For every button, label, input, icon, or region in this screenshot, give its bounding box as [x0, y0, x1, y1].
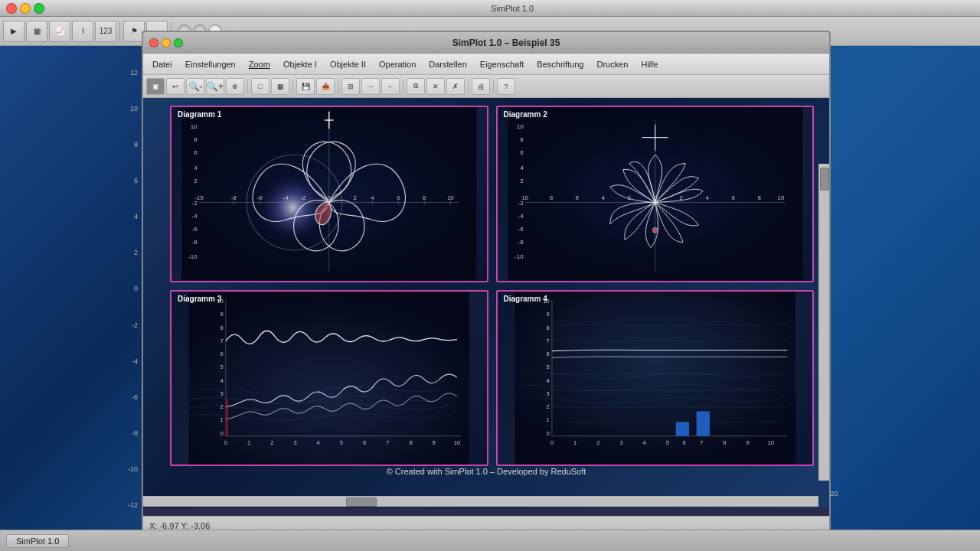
menu-zoom[interactable]: Zoom — [243, 57, 276, 71]
svg-text:-6: -6 — [518, 226, 524, 233]
svg-text:2: 2 — [679, 194, 682, 201]
svg-text:-2: -2 — [518, 200, 523, 207]
diagram-3-svg: 10 9 8 7 6 5 4 3 2 1 0 0 — [172, 292, 487, 465]
win-max-btn[interactable] — [174, 38, 183, 47]
app-taskbar: SimPlot 1.0 — [0, 530, 980, 551]
tb2-save[interactable]: 💾 — [296, 78, 315, 95]
svg-text:-8: -8 — [518, 239, 524, 246]
tb2-help[interactable]: ? — [497, 78, 515, 95]
svg-text:5: 5 — [665, 439, 668, 445]
num-button[interactable]: 123 — [95, 21, 116, 42]
diagram-3: Diagramm 3 — [170, 290, 488, 467]
svg-text:6: 6 — [546, 350, 549, 357]
menu-drucken[interactable]: Drucken — [590, 57, 634, 71]
play-button[interactable]: ▶ — [3, 21, 24, 42]
tb2-select[interactable]: ▣ — [146, 78, 165, 95]
svg-text:4: 4 — [520, 165, 524, 171]
tb2-x2[interactable]: ✗ — [446, 78, 465, 95]
svg-text:8: 8 — [423, 194, 426, 201]
diagram-4: Diagramm 4 — [496, 290, 815, 467]
close-button[interactable] — [6, 3, 17, 14]
curve-button[interactable]: ⌇ — [72, 21, 93, 42]
tb2-sep1 — [247, 80, 248, 93]
svg-text:8: 8 — [194, 136, 198, 143]
svg-text:2: 2 — [270, 439, 273, 445]
svg-text:5: 5 — [546, 364, 549, 370]
tb2-sep2 — [292, 80, 293, 93]
tb2-arrow-r[interactable]: → — [361, 78, 380, 95]
tb2-zoom-in[interactable]: 🔍+ — [206, 78, 224, 95]
scrollbar-vertical[interactable] — [818, 164, 829, 481]
minimize-button[interactable] — [20, 3, 31, 14]
menu-objekte1[interactable]: Objekte I — [277, 57, 323, 71]
svg-text:-2: -2 — [192, 200, 198, 207]
svg-text:0: 0 — [653, 194, 657, 201]
svg-text:2: 2 — [194, 178, 197, 184]
svg-text:1: 1 — [546, 416, 549, 423]
svg-text:10: 10 — [447, 194, 454, 201]
svg-text:-6: -6 — [192, 226, 198, 233]
svg-text:2: 2 — [627, 194, 630, 201]
svg-text:7: 7 — [220, 337, 223, 344]
menu-hilfe[interactable]: Hilfe — [635, 57, 664, 71]
scrollbar-thumb-h[interactable] — [346, 497, 377, 507]
tb2-export[interactable]: 📤 — [316, 78, 335, 95]
scrollbar-thumb-v[interactable] — [820, 168, 829, 191]
svg-text:8: 8 — [409, 439, 412, 445]
window-controls[interactable] — [6, 3, 44, 14]
coords-display: X: -6.97 Y: -3.06 — [149, 521, 210, 530]
window-controls-inner[interactable] — [149, 38, 183, 47]
tb2-sep3 — [338, 80, 338, 93]
svg-text:8: 8 — [549, 194, 553, 201]
menu-darstellen[interactable]: Darstellen — [423, 57, 473, 71]
svg-text:1: 1 — [573, 439, 577, 445]
win-close-btn[interactable] — [149, 38, 158, 47]
menu-einstellungen[interactable]: Einstellungen — [179, 57, 242, 71]
win-min-btn[interactable] — [162, 38, 171, 47]
svg-text:5: 5 — [220, 364, 223, 370]
tb2-undo[interactable]: ↩ — [166, 78, 185, 95]
tb2-print[interactable]: 🖨 — [472, 78, 490, 95]
tb2-zoom-reset[interactable]: ⊕ — [226, 78, 244, 95]
menu-eigenschaft[interactable]: Eigenschaft — [474, 57, 530, 71]
svg-text:6: 6 — [397, 194, 400, 201]
menu-datei[interactable]: Datei — [146, 57, 178, 71]
tb2-rect[interactable]: □ — [251, 78, 270, 95]
menu-operation[interactable]: Operation — [373, 57, 422, 71]
tb2-sep5 — [468, 80, 469, 93]
taskbar-simplot[interactable]: SimPlot 1.0 — [6, 534, 69, 548]
svg-rect-65 — [188, 292, 469, 465]
svg-text:-10: -10 — [188, 253, 198, 260]
tb2-copy[interactable]: ⧉ — [407, 78, 425, 95]
menu-objekte2[interactable]: Objekte II — [324, 57, 372, 71]
svg-text:2: 2 — [520, 178, 523, 184]
svg-text:-8: -8 — [192, 239, 198, 246]
bar-2 — [696, 411, 709, 435]
svg-text:10: 10 — [191, 123, 198, 130]
outer-axis-left: 12 10 8 6 4 2 0 -2 -4 -6 -8 -10 -12 — [119, 69, 138, 509]
tb2-arrow-l[interactable]: ← — [381, 78, 400, 95]
chart-button[interactable]: 📈 — [49, 21, 70, 42]
menu-beschriftung[interactable]: Beschriftung — [531, 57, 590, 71]
diagram-4-title: Diagramm 4 — [504, 295, 547, 303]
grid-button[interactable]: ▦ — [26, 21, 47, 42]
tb2-zoom-out[interactable]: 🔍- — [186, 78, 204, 95]
diagram-2-svg: 10 8 6 4 2 0 2 4 6 8 10 10 8 — [498, 107, 813, 281]
tb2-split[interactable]: ⊞ — [341, 78, 360, 95]
svg-text:4: 4 — [194, 165, 198, 171]
scrollbar-horizontal[interactable] — [143, 496, 818, 507]
svg-text:4: 4 — [642, 439, 645, 445]
main-window: SimPlot 1.0 – Beispiel 35 Datei Einstell… — [142, 31, 831, 536]
diagram-2: Diagramm 2 — [496, 106, 815, 282]
diagram-2-title: Diagramm 2 — [504, 110, 547, 119]
tb2-rect2[interactable]: ▦ — [271, 78, 289, 95]
svg-text:3: 3 — [220, 390, 223, 396]
svg-text:-6: -6 — [257, 194, 263, 201]
svg-text:9: 9 — [433, 439, 436, 445]
tb2-x1[interactable]: ✕ — [426, 78, 445, 95]
svg-text:-4: -4 — [192, 213, 198, 220]
svg-text:4: 4 — [220, 377, 223, 383]
tb2-sep4 — [403, 80, 403, 93]
svg-text:-2: -2 — [300, 194, 305, 201]
maximize-button[interactable] — [34, 3, 44, 14]
